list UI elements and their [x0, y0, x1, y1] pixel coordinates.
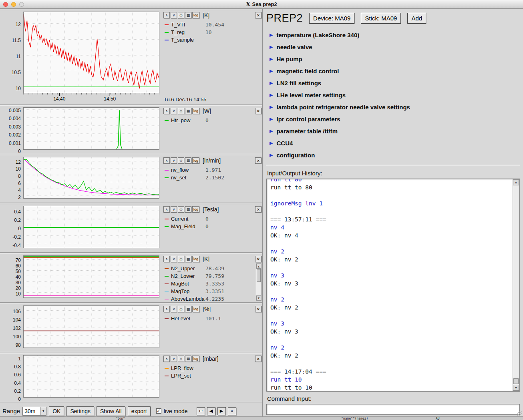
scrollbar-thumb[interactable] — [257, 269, 261, 282]
legend-item[interactable]: nv_set2.1502 — [163, 174, 262, 181]
autoscale-button[interactable]: ◇ — [178, 12, 184, 18]
expand-triangle-icon[interactable]: ▶ — [270, 92, 273, 98]
tree-item[interactable]: ▶parameter table /tt/tm — [266, 125, 520, 137]
autoscale-button[interactable]: ◇ — [178, 108, 184, 114]
needle-valve-flow-chart[interactable] — [23, 157, 159, 199]
console-scrollbar[interactable]: ▲ ▼ — [513, 179, 519, 391]
window-titlebar[interactable]: XSea prep2 — [0, 0, 523, 9]
expand-triangle-icon[interactable]: ▶ — [270, 129, 273, 134]
close-chart-button[interactable]: × — [255, 206, 262, 213]
heater-power-chart[interactable] — [23, 107, 159, 150]
legend-item[interactable]: N2_Upper78.439 — [163, 265, 255, 272]
expand-triangle-icon[interactable]: ▶ — [270, 141, 273, 146]
log-scale-button[interactable]: log — [192, 157, 199, 164]
close-chart-button[interactable]: × — [255, 157, 262, 164]
command-input[interactable] — [266, 404, 520, 415]
log-scale-button[interactable]: log — [192, 356, 199, 362]
legend-item[interactable]: LPR_flow — [163, 364, 262, 372]
tree-item[interactable]: ▶temperature (LakeShore 340) — [266, 29, 520, 41]
legend-item[interactable]: Htr_pow0 — [163, 117, 262, 124]
grid-button[interactable]: ▦ — [185, 157, 191, 164]
stick-button[interactable]: Stick: MA09 — [361, 13, 401, 24]
helium-level-chart[interactable] — [23, 305, 159, 348]
tree-item[interactable]: ▶magnetic field control — [266, 65, 520, 77]
grid-button[interactable]: ▦ — [185, 206, 191, 213]
tree-item[interactable]: ▶CCU4 — [266, 137, 520, 149]
zoom-window-button[interactable] — [19, 2, 24, 7]
lpr-pressure-chart[interactable] — [23, 355, 159, 398]
legend-item[interactable]: T_VTI10.454 — [163, 21, 262, 28]
device-button[interactable]: Device: MA09 — [309, 13, 354, 24]
expand-triangle-icon[interactable]: ▶ — [270, 44, 273, 50]
autoscale-button[interactable]: ◇ — [178, 157, 184, 164]
cryostat-temperatures-chart[interactable] — [23, 255, 159, 298]
io-history-console[interactable]: run tt 80run tt to 80 ignoreMsg lnv 1 ==… — [266, 179, 520, 392]
legend-item[interactable]: Mag_Field0 — [163, 223, 262, 230]
scroll-down-button[interactable]: ∨ — [171, 356, 177, 362]
tree-item[interactable]: ▶LHe level meter settings — [266, 89, 520, 101]
page-forward-button[interactable]: ▶ — [217, 407, 226, 415]
close-chart-button[interactable]: × — [255, 108, 262, 114]
scroll-up-arrow-icon[interactable]: ▲ — [513, 179, 519, 185]
autoscale-button[interactable]: ◇ — [178, 256, 184, 262]
scrollbar-trough[interactable] — [513, 185, 519, 385]
legend-item[interactable]: LPR_set — [163, 372, 262, 380]
tree-item[interactable]: ▶lambda point refrigerator needle valve … — [266, 101, 520, 113]
grid-button[interactable]: ▦ — [185, 256, 191, 262]
legend-scrollbar[interactable]: ▲ ▼ — [256, 263, 262, 301]
close-chart-button[interactable]: × — [255, 356, 262, 362]
tree-item[interactable]: ▶LN2 fill settings — [266, 77, 520, 89]
jump-latest-button[interactable]: » — [228, 407, 236, 415]
legend-item[interactable]: Current0 — [163, 215, 262, 223]
redraw-button[interactable]: ↩ — [197, 407, 205, 415]
scroll-down-arrow-icon[interactable]: ▼ — [256, 295, 261, 300]
log-scale-button[interactable]: log — [192, 206, 199, 213]
scroll-down-button[interactable]: ∨ — [171, 206, 177, 213]
legend-item[interactable]: AboveLambda4.2235 — [163, 295, 255, 303]
scrollbar-thumb[interactable] — [513, 378, 519, 384]
expand-triangle-icon[interactable]: ▶ — [270, 153, 273, 158]
legend-item[interactable]: N2_Lower79.759 — [163, 272, 255, 280]
show-all-button[interactable]: Show All — [97, 406, 125, 416]
scroll-up-button[interactable]: ∧ — [163, 306, 170, 312]
range-value[interactable]: 30m — [22, 407, 40, 416]
tree-item[interactable]: ▶configuration — [266, 149, 520, 161]
autoscale-button[interactable]: ◇ — [178, 206, 184, 213]
log-scale-button[interactable]: log — [192, 306, 199, 312]
minimize-window-button[interactable] — [11, 2, 16, 7]
log-scale-button[interactable]: log — [192, 12, 199, 18]
legend-item[interactable]: nv_flow1.971 — [163, 166, 262, 174]
scroll-up-button[interactable]: ∧ — [163, 12, 170, 18]
grid-button[interactable]: ▦ — [185, 356, 191, 362]
scroll-up-button[interactable]: ∧ — [163, 157, 170, 164]
expand-triangle-icon[interactable]: ▶ — [270, 117, 273, 122]
scroll-down-button[interactable]: ∨ — [171, 256, 177, 262]
add-button[interactable]: Add — [407, 13, 426, 24]
legend-item[interactable]: MagBot3.3353 — [163, 280, 255, 287]
grid-button[interactable]: ▦ — [185, 306, 191, 312]
scroll-down-button[interactable]: ∨ — [171, 108, 177, 114]
close-chart-button[interactable]: × — [255, 306, 262, 312]
ok-button[interactable]: OK — [49, 406, 64, 416]
export-button[interactable]: export — [128, 406, 151, 416]
expand-triangle-icon[interactable]: ▶ — [270, 56, 273, 62]
tree-item[interactable]: ▶lpr control parameters — [266, 113, 520, 125]
tree-item[interactable]: ▶He pump — [266, 53, 520, 65]
resize-grip[interactable] — [517, 411, 522, 416]
page-back-button[interactable]: ◀ — [207, 407, 215, 415]
close-chart-button[interactable]: × — [255, 256, 262, 262]
scroll-up-button[interactable]: ∧ — [163, 108, 170, 114]
scroll-up-button[interactable]: ∧ — [163, 356, 170, 362]
scroll-up-button[interactable]: ∧ — [163, 256, 170, 262]
tree-item[interactable]: ▶needle valve — [266, 41, 520, 53]
close-window-button[interactable] — [3, 2, 8, 7]
magnetic-field-chart[interactable] — [23, 206, 159, 248]
log-scale-button[interactable]: log — [192, 108, 199, 114]
grid-button[interactable]: ▦ — [185, 12, 191, 18]
live-mode-checkbox[interactable]: ✓ — [156, 408, 161, 414]
legend-item[interactable]: T_sample — [163, 36, 262, 44]
legend-item[interactable]: HeLevel101.1 — [163, 315, 262, 322]
scroll-up-button[interactable]: ∧ — [163, 206, 170, 213]
temperature-chart[interactable] — [23, 12, 159, 93]
expand-triangle-icon[interactable]: ▶ — [270, 104, 273, 110]
